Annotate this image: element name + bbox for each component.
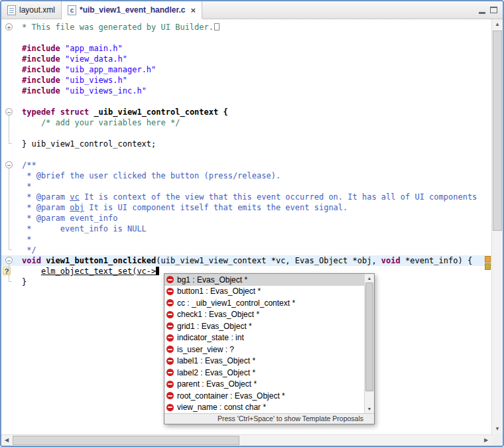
code-token: "view_data.h" — [65, 54, 127, 64]
completion-item[interactable]: check1 : Evas_Object * — [164, 309, 364, 321]
completion-label: parent : Evas_Object * — [177, 379, 257, 389]
completion-item[interactable]: indicator_state : int — [164, 332, 364, 344]
code-line[interactable]: +* This file was generated by UI Builder… — [1, 22, 491, 32]
code-token: * @param — [22, 192, 70, 202]
code-token: "uib_views.h" — [65, 76, 127, 85]
minimize-view-icon[interactable] — [479, 7, 485, 14]
completion-item[interactable]: root_container : Evas_Object * — [164, 390, 364, 402]
fold-column — [1, 224, 22, 234]
code-line[interactable]: #include "uib_app_manager.h" — [1, 64, 491, 75]
tab-close-icon[interactable]: × — [190, 6, 196, 15]
private-field-icon — [166, 392, 174, 399]
fold-column — [1, 170, 22, 181]
code-line[interactable]: * — [1, 181, 491, 192]
scroll-up-icon[interactable]: ▲ — [492, 19, 503, 30]
code-token: * @brief the user clicked the button (pr… — [22, 171, 281, 180]
code-line[interactable]: * — [1, 234, 491, 245]
code-token — [56, 107, 60, 117]
private-field-icon — [166, 369, 174, 376]
view-window-buttons — [479, 1, 503, 19]
code-token: * — [22, 182, 31, 191]
fold-toggle-icon[interactable]: − — [1, 160, 22, 170]
code-line[interactable]: * @param vc It is context of the view th… — [1, 192, 491, 202]
code-line[interactable] — [1, 32, 491, 43]
completion-item[interactable]: grid1 : Evas_Object * — [164, 320, 364, 332]
code-token: /* add your variables here */ — [22, 118, 180, 127]
private-field-icon — [166, 334, 174, 342]
code-token: _uib_view1_control_context { — [89, 107, 228, 117]
code-line[interactable] — [1, 128, 491, 139]
completion-label: button1 : Evas_Object * — [177, 287, 261, 296]
code-line[interactable] — [1, 96, 491, 107]
fold-column — [1, 117, 22, 128]
code-line[interactable]: } uib_view1_control_context; — [1, 139, 491, 149]
fold-column — [1, 245, 22, 255]
vertical-scrollbar[interactable]: ▲ ▼ — [491, 19, 503, 434]
private-field-icon — [166, 322, 174, 330]
scroll-down-icon[interactable]: ▼ — [492, 424, 503, 434]
horizontal-scrollbar[interactable]: ◀ ▶ — [1, 434, 491, 446]
code-line[interactable]: */ — [1, 245, 491, 255]
text-cursor — [156, 267, 159, 275]
fold-column — [1, 181, 22, 192]
code-line[interactable]: /* add your variables here */ — [1, 117, 491, 128]
code-line[interactable]: −typedef struct _uib_view1_control_conte… — [1, 107, 491, 117]
code-token: vc — [70, 192, 79, 202]
completion-item[interactable]: label1 : Evas_Object * — [164, 355, 364, 367]
code-line[interactable]: #include "uib_views.h" — [1, 75, 491, 86]
completion-popup: bg1 : Evas_Object *button1 : Evas_Object… — [164, 273, 375, 424]
code-token: */ — [22, 245, 36, 255]
code-line[interactable]: −/** — [1, 160, 491, 170]
code-line[interactable]: * @param event_info — [1, 213, 491, 224]
completion-item[interactable]: label2 : Evas_Object * — [164, 367, 364, 379]
code-line[interactable] — [1, 149, 491, 160]
completion-status: Press 'Ctrl+Space' to show Template Prop… — [164, 413, 374, 424]
completion-item[interactable]: is_user_view : ? — [164, 344, 364, 355]
editor-window: layout.xml c *uib_view1_event_handler.c … — [0, 0, 504, 447]
code-token: } — [22, 277, 27, 287]
fold-column — [1, 234, 22, 245]
fold-toggle-icon[interactable]: − — [1, 107, 22, 117]
tab-layout-xml[interactable]: layout.xml — [1, 1, 62, 19]
overview-marker[interactable] — [485, 263, 491, 270]
scroll-up-icon[interactable]: ▲ — [365, 274, 374, 283]
completion-item[interactable]: button1 : Evas_Object * — [164, 286, 364, 298]
fold-column — [1, 213, 22, 224]
scroll-right-icon[interactable]: ▶ — [481, 435, 491, 446]
scroll-left-icon[interactable]: ◀ — [1, 435, 12, 446]
overview-marker[interactable] — [485, 256, 491, 263]
tab-event-handler-c[interactable]: c *uib_view1_event_handler.c × — [62, 1, 202, 19]
private-field-icon — [166, 299, 174, 306]
code-token: view1_button1_onclicked — [41, 256, 156, 265]
code-token: struct — [60, 107, 89, 117]
scrollbar-thumb[interactable] — [365, 283, 373, 391]
completion-item[interactable]: view_name : const char * — [164, 402, 364, 414]
scrollbar-thumb[interactable] — [13, 436, 239, 445]
code-line[interactable]: * @brief the user clicked the button (pr… — [1, 170, 491, 181]
code-token: } uib_view1_control_context; — [22, 139, 156, 149]
code-line[interactable]: #include "view_data.h" — [1, 54, 491, 64]
completion-label: label2 : Evas_Object * — [177, 368, 255, 377]
code-line[interactable]: #include "app_main.h" — [1, 43, 491, 54]
code-line[interactable]: * event_info is NULL — [1, 224, 491, 234]
code-token: * @param — [22, 203, 70, 212]
fold-toggle-icon[interactable]: + — [1, 22, 22, 32]
completion-label: label1 : Evas_Object * — [177, 356, 255, 365]
completion-item[interactable]: parent : Evas_Object * — [164, 379, 364, 391]
private-field-icon — [166, 404, 174, 411]
code-line[interactable]: #include "uib_views_inc.h" — [1, 86, 491, 96]
completion-label: indicator_state : int — [177, 333, 244, 342]
maximize-view-icon[interactable] — [490, 7, 497, 13]
scrollbar-thumb[interactable] — [493, 31, 502, 231]
fold-toggle-icon[interactable]: − — [1, 255, 22, 266]
code-token: It is UI component itself that emits the… — [84, 203, 347, 212]
completion-item[interactable]: bg1 : Evas_Object * — [164, 274, 364, 286]
code-token: "app_main.h" — [65, 44, 123, 53]
code-token: typedef — [22, 107, 56, 117]
code-line[interactable]: * @param obj It is UI component itself t… — [1, 202, 491, 213]
fold-column — [1, 96, 22, 107]
code-line[interactable]: −void view1_button1_onclicked(uib_view1_… — [1, 255, 491, 266]
scroll-down-icon[interactable]: ▼ — [365, 405, 374, 413]
completion-scrollbar[interactable]: ▲ ▼ — [364, 274, 374, 413]
completion-item[interactable]: cc : _uib_view1_control_context * — [164, 297, 364, 309]
